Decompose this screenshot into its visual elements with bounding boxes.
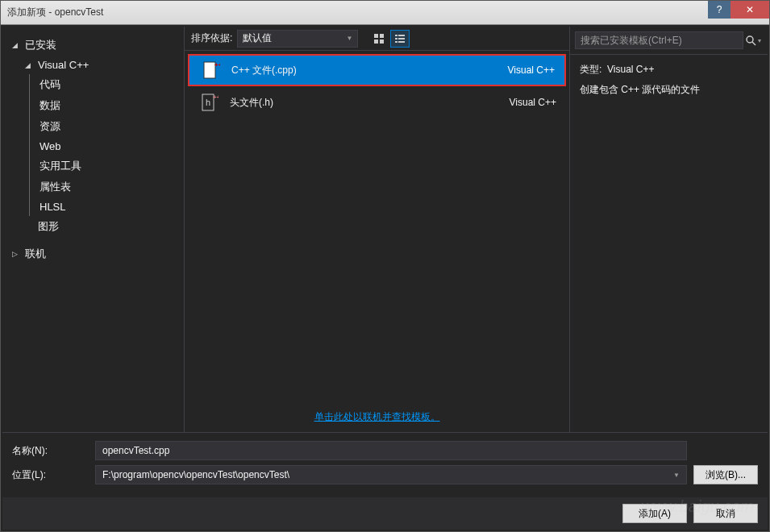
view-buttons <box>369 30 410 48</box>
svg-rect-7 <box>398 38 405 39</box>
location-label: 位置(L): <box>12 468 89 482</box>
sidebar-item-label: 数据 <box>40 98 60 113</box>
sidebar-item-data[interactable]: 数据 <box>29 95 184 116</box>
sidebar-item-label: 联机 <box>25 247 46 261</box>
location-row: 位置(L): F:\program\opencv\opencvTest\open… <box>12 465 758 484</box>
svg-rect-5 <box>398 35 405 36</box>
sidebar-item-label: 代码 <box>40 77 60 92</box>
search-placeholder: 搜索已安装模板(Ctrl+E) <box>581 34 682 48</box>
sort-label: 排序依据: <box>191 31 232 45</box>
search-icon <box>745 35 756 46</box>
search-row: 搜索已安装模板(Ctrl+E) ▾ <box>570 27 768 55</box>
sidebar-item-label: 实用工具 <box>40 159 81 173</box>
type-label: 类型: <box>580 64 601 75</box>
list-view-button[interactable] <box>390 30 410 48</box>
sidebar: ◢已安装 ◢Visual C++ 代码 数据 资源 Web 实用工具 属性表 H… <box>2 27 184 432</box>
sidebar-item-graphics[interactable]: 图形 <box>2 216 184 237</box>
template-list: ++ C++ 文件(.cpp) Visual C++ h++ 头文件(.h) V… <box>185 51 569 401</box>
svg-point-15 <box>747 36 753 43</box>
svg-rect-6 <box>395 38 397 39</box>
center-panel: 排序依据: 默认值 ▼ <box>184 27 570 432</box>
svg-rect-9 <box>398 41 405 43</box>
close-button[interactable]: ✕ <box>730 1 769 19</box>
sidebar-item-label: 属性表 <box>40 180 71 194</box>
chevron-right-icon: ▷ <box>12 250 22 258</box>
toolbar: 排序依据: 默认值 ▼ <box>185 27 569 51</box>
dialog-window: 添加新项 - opencvTest ? ✕ ◢已安装 ◢Visual C++ 代… <box>0 0 770 532</box>
sidebar-item-label: 已安装 <box>25 38 56 52</box>
grid-view-button[interactable] <box>369 30 389 48</box>
button-row: 添加(A) 取消 <box>2 497 768 530</box>
sidebar-item-label: Web <box>40 140 61 152</box>
sidebar-item-online[interactable]: ▷联机 <box>2 243 184 264</box>
chevron-down-icon: ▼ <box>673 472 680 479</box>
details-panel: 类型: Visual C++ 创建包含 C++ 源代码的文件 <box>570 55 768 111</box>
bottom-panel: 名称(N): opencvTest.cpp 位置(L): F:\program\… <box>2 432 768 497</box>
window-title: 添加新项 - opencvTest <box>7 6 103 19</box>
svg-rect-2 <box>374 39 378 44</box>
svg-text:++: ++ <box>214 61 220 69</box>
sidebar-item-utility[interactable]: 实用工具 <box>29 156 184 177</box>
template-name: 头文件(.h) <box>230 96 500 110</box>
sidebar-item-label: Visual C++ <box>38 59 89 71</box>
chevron-down-icon: ◢ <box>12 41 22 49</box>
sidebar-item-hlsl[interactable]: HLSL <box>29 197 184 216</box>
name-row: 名称(N): opencvTest.cpp <box>12 441 758 460</box>
titlebar-buttons: ? ✕ <box>708 1 769 24</box>
cancel-button[interactable]: 取消 <box>693 504 758 523</box>
sidebar-item-web[interactable]: Web <box>29 137 184 156</box>
browse-button[interactable]: 浏览(B)... <box>693 465 758 484</box>
sidebar-item-resource[interactable]: 资源 <box>29 116 184 137</box>
svg-rect-1 <box>380 34 384 38</box>
template-lang: Visual C++ <box>510 97 556 108</box>
search-button[interactable]: ▾ <box>743 31 763 49</box>
chevron-down-icon: ▼ <box>346 35 352 42</box>
sidebar-item-propsheet[interactable]: 属性表 <box>29 177 184 197</box>
template-lang: Visual C++ <box>508 64 555 76</box>
svg-text:++: ++ <box>213 94 219 101</box>
template-item-header[interactable]: h++ 头文件(.h) Visual C++ <box>188 86 566 118</box>
svg-text:h: h <box>206 98 210 107</box>
help-button[interactable]: ? <box>708 1 730 19</box>
svg-rect-4 <box>395 35 397 36</box>
header-file-icon: h++ <box>198 91 220 114</box>
search-input[interactable]: 搜索已安装模板(Ctrl+E) <box>575 31 743 49</box>
svg-rect-3 <box>380 39 384 44</box>
sidebar-item-installed[interactable]: ◢已安装 <box>2 35 184 56</box>
chevron-down-icon: ◢ <box>25 61 35 69</box>
description-row: 创建包含 C++ 源代码的文件 <box>580 83 758 97</box>
template-item-cpp[interactable]: ++ C++ 文件(.cpp) Visual C++ <box>188 54 566 86</box>
add-button[interactable]: 添加(A) <box>622 504 687 523</box>
svg-rect-0 <box>374 34 378 38</box>
cpp-file-icon: ++ <box>199 59 222 81</box>
sidebar-item-code[interactable]: 代码 <box>29 74 184 95</box>
svg-rect-10 <box>204 62 215 78</box>
location-input[interactable]: F:\program\opencv\opencvTest\opencvTest\… <box>95 465 687 484</box>
type-row: 类型: Visual C++ <box>580 63 758 77</box>
grid-icon <box>373 33 385 44</box>
type-value: Visual C++ <box>607 64 654 75</box>
list-icon <box>394 33 406 44</box>
content-area: ◢已安装 ◢Visual C++ 代码 数据 资源 Web 实用工具 属性表 H… <box>1 25 769 531</box>
sidebar-item-visualcpp[interactable]: ◢Visual C++ <box>2 56 184 74</box>
online-link-area: 单击此处以联机并查找模板。 <box>185 401 569 432</box>
svg-line-16 <box>752 42 755 45</box>
sidebar-item-label: 资源 <box>40 119 60 134</box>
main-area: ◢已安装 ◢Visual C++ 代码 数据 资源 Web 实用工具 属性表 H… <box>2 27 768 432</box>
sort-dropdown[interactable]: 默认值 ▼ <box>237 30 358 48</box>
chevron-down-icon: ▾ <box>758 37 761 44</box>
sort-value: 默认值 <box>243 31 272 45</box>
sidebar-item-label: HLSL <box>40 201 66 213</box>
name-input[interactable]: opencvTest.cpp <box>95 441 687 460</box>
name-label: 名称(N): <box>12 444 89 458</box>
online-templates-link[interactable]: 单击此处以联机并查找模板。 <box>314 411 440 422</box>
template-name: C++ 文件(.cpp) <box>231 64 498 77</box>
sidebar-item-label: 图形 <box>38 219 59 234</box>
svg-rect-8 <box>395 41 397 43</box>
titlebar: 添加新项 - opencvTest ? ✕ <box>1 1 769 25</box>
right-panel: 搜索已安装模板(Ctrl+E) ▾ 类型: Visual C++ 创建包含 C+… <box>570 27 768 432</box>
